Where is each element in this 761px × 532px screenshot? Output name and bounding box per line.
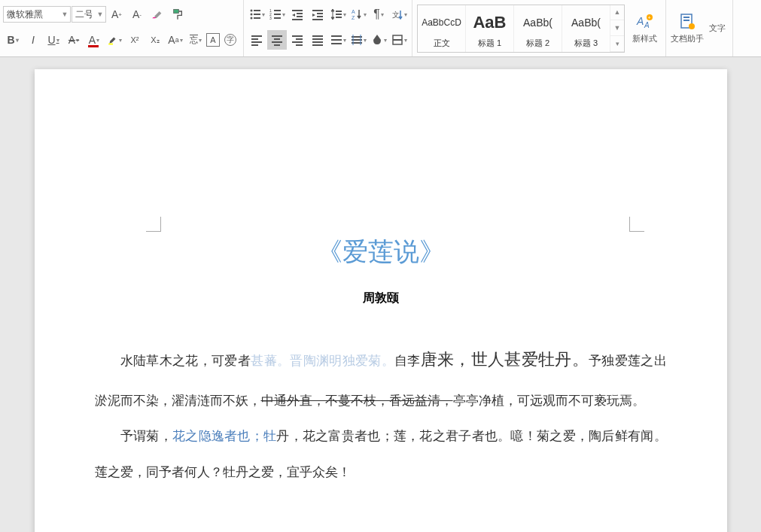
- style-heading2[interactable]: AaBb( 标题 2: [514, 5, 562, 52]
- svg-rect-7: [254, 17, 260, 19]
- decrease-indent-button[interactable]: [288, 5, 307, 24]
- chevron-down-icon[interactable]: ▼: [59, 11, 70, 18]
- svg-rect-19: [317, 13, 323, 14]
- highlight-button[interactable]: ▾: [105, 30, 124, 50]
- svg-rect-16: [297, 16, 303, 17]
- shading-button[interactable]: ▾: [369, 30, 388, 50]
- style-normal[interactable]: AaBbCcD 正文: [418, 5, 466, 52]
- new-style-button[interactable]: AA+ 新样式: [627, 5, 662, 53]
- svg-text:A: A: [352, 9, 355, 14]
- format-painter-button[interactable]: [168, 5, 187, 24]
- style-preview: AaBbCcD: [422, 8, 461, 38]
- font-group: ▼ ▼ A+ A- B▾ I U▾ A▾ A▾ ▾ X² X₂ Aa▾ 忘▾ A…: [0, 0, 244, 56]
- numbering-button[interactable]: 123▾: [267, 5, 287, 24]
- text-tool-label: 文字: [709, 23, 726, 34]
- show-marks-button[interactable]: ¶▾: [369, 5, 388, 24]
- doc-helper-button[interactable]: 文档助手: [670, 5, 705, 53]
- svg-rect-11: [274, 14, 281, 15]
- svg-rect-31: [251, 44, 258, 46]
- document-title[interactable]: 《爱莲说》: [95, 235, 667, 269]
- svg-rect-35: [274, 44, 280, 46]
- svg-rect-45: [331, 39, 342, 41]
- align-right-button[interactable]: [288, 30, 307, 50]
- svg-point-6: [250, 17, 252, 20]
- tools-group: 文档助手 文字: [666, 0, 733, 56]
- italic-button[interactable]: I: [23, 30, 43, 50]
- svg-rect-13: [274, 17, 281, 19]
- sort-button[interactable]: AZ▾: [349, 5, 368, 24]
- font-size-input[interactable]: [72, 9, 95, 20]
- gallery-down-button[interactable]: ▼: [610, 20, 624, 36]
- char-border-button[interactable]: A: [206, 33, 220, 47]
- tab-button[interactable]: ▾: [349, 30, 368, 50]
- style-label: 标题 1: [478, 38, 501, 49]
- svg-rect-23: [336, 14, 342, 15]
- svg-rect-28: [251, 35, 262, 37]
- svg-rect-15: [297, 13, 303, 14]
- svg-point-2: [250, 10, 252, 12]
- svg-rect-17: [292, 19, 303, 20]
- font-name-input[interactable]: [4, 9, 59, 20]
- font-name-combo[interactable]: ▼: [3, 6, 71, 23]
- superscript-button[interactable]: X²: [125, 30, 145, 50]
- chevron-down-icon[interactable]: ▼: [95, 11, 105, 18]
- underline-button[interactable]: U▾: [44, 30, 63, 50]
- paragraph[interactable]: 水陆草木之花，可爱者甚蕃。晋陶渊明独爱菊。自李唐来，世人甚爱牡丹。予独爱莲之出淤…: [95, 336, 667, 418]
- increase-indent-button[interactable]: [308, 5, 327, 24]
- style-label: 正文: [434, 38, 450, 49]
- bullets-button[interactable]: ▾: [247, 5, 266, 24]
- paragraph[interactable]: 予谓菊，花之隐逸者也；牡丹，花之富贵者也；莲，花之君子者也。噫！菊之爱，陶后鲜有…: [95, 418, 667, 490]
- subscript-button[interactable]: X₂: [145, 30, 165, 50]
- svg-rect-36: [292, 35, 303, 37]
- svg-rect-14: [292, 10, 303, 11]
- svg-rect-40: [312, 35, 323, 37]
- margin-mark: [146, 217, 161, 232]
- strikethrough-button[interactable]: A▾: [64, 30, 84, 50]
- border-button[interactable]: ▾: [389, 30, 409, 50]
- svg-rect-22: [336, 11, 342, 12]
- document-page[interactable]: 《爱莲说》 周敦颐 水陆草木之花，可爱者甚蕃。晋陶渊明独爱菊。自李唐来，世人甚爱…: [35, 69, 727, 532]
- style-heading3[interactable]: AaBb( 标题 3: [562, 5, 610, 52]
- circle-char-button[interactable]: 字: [221, 30, 240, 50]
- svg-point-4: [250, 14, 252, 16]
- doc-helper-label: 文档助手: [671, 33, 704, 44]
- svg-rect-1: [108, 44, 113, 45]
- text-run: 予谓菊，: [120, 429, 172, 443]
- new-style-icon: AA+: [635, 13, 653, 31]
- svg-rect-21: [312, 19, 323, 20]
- font-color-button[interactable]: A▾: [84, 30, 104, 50]
- document-author[interactable]: 周敦颐: [95, 290, 667, 306]
- align-justify-button[interactable]: [308, 30, 327, 50]
- align-distribute-button[interactable]: ▾: [328, 30, 348, 50]
- align-center-button[interactable]: [267, 30, 287, 50]
- svg-rect-33: [274, 38, 280, 40]
- svg-text:A: A: [644, 21, 650, 29]
- svg-rect-20: [317, 16, 323, 17]
- text-run-blue: 花之隐逸者也；牡: [172, 429, 276, 443]
- style-heading1[interactable]: AaB 标题 1: [466, 5, 514, 52]
- gallery-up-button[interactable]: ▲: [610, 5, 624, 21]
- styles-group: AaBbCcD 正文 AaB 标题 1 AaBb( 标题 2 AaBb( 标题 …: [412, 0, 666, 56]
- bold-button[interactable]: B▾: [3, 30, 23, 50]
- style-preview: AaB: [473, 8, 506, 38]
- clear-format-button[interactable]: [148, 5, 167, 24]
- document-viewport[interactable]: 《爱莲说》 周敦颐 水陆草木之花，可爱者甚蕃。晋陶渊明独爱菊。自李唐来，世人甚爱…: [0, 57, 761, 532]
- decrease-font-button[interactable]: A-: [127, 5, 147, 24]
- phonetic-button[interactable]: 忘▾: [186, 30, 205, 50]
- text-run: 自李: [394, 354, 421, 368]
- svg-rect-42: [312, 41, 323, 43]
- text-run-faded: 甚蕃。晋陶渊明独爱菊。: [251, 354, 394, 368]
- style-label: 标题 3: [574, 38, 598, 49]
- text-direction-button[interactable]: 文▾: [389, 5, 409, 24]
- line-space-button[interactable]: ▾: [328, 5, 348, 24]
- svg-rect-24: [336, 17, 342, 18]
- svg-rect-29: [251, 38, 258, 40]
- increase-font-button[interactable]: A+: [107, 5, 126, 24]
- gallery-more-button[interactable]: ▾: [610, 36, 624, 52]
- align-left-button[interactable]: [247, 30, 266, 50]
- margin-mark: [629, 217, 644, 232]
- text-tool-button[interactable]: 文字: [706, 5, 729, 53]
- change-case-button[interactable]: Aa▾: [166, 30, 185, 50]
- font-size-combo[interactable]: ▼: [72, 6, 106, 23]
- svg-rect-37: [296, 38, 303, 40]
